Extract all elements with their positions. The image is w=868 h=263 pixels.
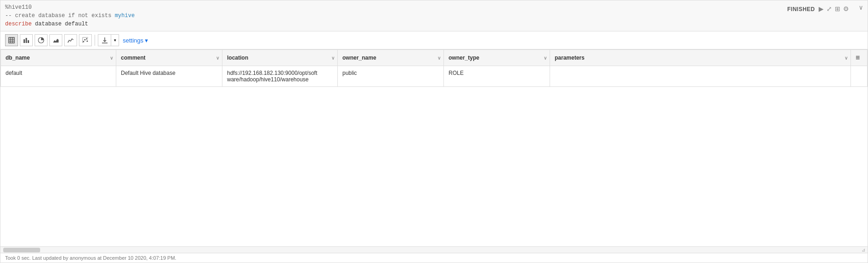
table-icon: [8, 37, 15, 43]
bar-chart-button[interactable]: [20, 34, 33, 46]
play-icon[interactable]: ▶: [819, 4, 824, 14]
col-header-db-name[interactable]: db_name ∨: [1, 50, 116, 66]
status-icons: ▶ ⤢ ⊞ ⚙: [819, 4, 849, 14]
area-chart-icon: [53, 37, 59, 43]
cell-comment: Default Hive database: [116, 66, 222, 87]
col-header-owner-type[interactable]: owner_type ∨: [444, 50, 550, 66]
scatter-chart-button[interactable]: [79, 34, 92, 46]
cell-parameters: [550, 66, 851, 87]
scatter-chart-icon: [82, 37, 89, 43]
cell-owner-type: ROLE: [444, 66, 550, 87]
area-chart-button[interactable]: [49, 34, 62, 46]
table-view-button[interactable]: [5, 34, 18, 46]
col-header-db-name-label: db_name: [6, 55, 30, 61]
sort-icon-owner-name: ∨: [437, 55, 441, 61]
cell-menu: [851, 66, 868, 87]
col-header-parameters-label: parameters: [555, 55, 585, 61]
col-header-owner-name-label: owner_name: [342, 55, 376, 61]
pie-chart-button[interactable]: [35, 34, 48, 46]
table-wrapper: db_name ∨ comment ∨ location ∨ owner_nam…: [0, 49, 868, 246]
svg-point-12: [87, 41, 88, 42]
horizontal-scrollbar[interactable]: ⊿: [0, 246, 868, 253]
code-line-3-rest: database default: [32, 21, 88, 27]
line-chart-icon: [67, 37, 74, 43]
toolbar-separator: [95, 35, 95, 46]
footer-text: Took 0 sec. Last updated by anonymous at…: [5, 255, 176, 261]
col-header-location[interactable]: location ∨: [222, 50, 338, 66]
results-table: db_name ∨ comment ∨ location ∨ owner_nam…: [0, 49, 868, 87]
col-header-location-label: location: [227, 55, 248, 61]
grid-icon[interactable]: ⊞: [835, 4, 840, 14]
code-keyword: describe: [5, 21, 32, 27]
col-header-menu[interactable]: ≡: [851, 50, 868, 66]
bar-chart-icon: [23, 37, 30, 43]
code-area: %hive110 -- create database if not exist…: [0, 0, 868, 31]
status-finished-label: FINISHED: [787, 5, 815, 13]
code-line-2-prefix: -- create database if not exists: [5, 12, 115, 19]
collapse-button[interactable]: ∨: [859, 3, 863, 13]
sort-icon-comment: ∨: [216, 55, 219, 61]
code-line-1-text: %hive110: [5, 4, 32, 11]
code-line-3: describe database default: [5, 20, 863, 28]
settings-button[interactable]: settings ▾: [123, 37, 148, 44]
expand-icon[interactable]: ⤢: [826, 4, 832, 14]
line-chart-button[interactable]: [64, 34, 77, 46]
code-line-2-db: myhive: [115, 12, 135, 19]
download-split-button: ▾: [98, 34, 119, 46]
svg-point-11: [86, 38, 88, 40]
svg-rect-7: [28, 40, 29, 43]
col-header-parameters[interactable]: parameters ∨: [550, 50, 851, 66]
column-menu-icon: ≡: [856, 54, 860, 61]
h-scroll-thumb: [3, 248, 40, 252]
col-header-comment-label: comment: [121, 55, 145, 61]
bottom-area: ⊿ Took 0 sec. Last updated by anonymous …: [0, 246, 868, 263]
col-header-owner-name[interactable]: owner_name ∨: [338, 50, 444, 66]
cell-location: hdfs://192.168.182.130:9000/opt/software…: [222, 66, 338, 87]
download-chevron: ▾: [114, 38, 116, 43]
svg-point-9: [83, 41, 84, 43]
resize-corner: ⊿: [860, 247, 867, 253]
cell-db-name: default: [1, 66, 116, 87]
download-button[interactable]: [98, 34, 111, 46]
cell-owner-name: public: [338, 66, 444, 87]
settings-label: settings: [123, 37, 144, 44]
sort-icon-location: ∨: [331, 55, 335, 61]
main-container: %hive110 -- create database if not exist…: [0, 0, 868, 263]
col-header-owner-type-label: owner_type: [449, 55, 479, 61]
settings-arrow: ▾: [145, 37, 148, 44]
table-row: default Default Hive database hdfs://192…: [1, 66, 868, 87]
svg-rect-6: [26, 38, 27, 43]
code-line-2: -- create database if not exists myhive: [5, 12, 863, 20]
svg-rect-5: [24, 39, 25, 43]
table-header-row: db_name ∨ comment ∨ location ∨ owner_nam…: [1, 50, 868, 66]
sort-icon-db-name: ∨: [110, 55, 113, 61]
download-arrow-button[interactable]: ▾: [111, 34, 119, 46]
toolbar: ▾ settings ▾: [0, 31, 868, 49]
sort-icon-parameters: ∨: [844, 55, 848, 61]
download-icon: [102, 37, 108, 43]
svg-rect-0: [9, 37, 14, 43]
sort-icon-owner-type: ∨: [544, 55, 547, 61]
svg-point-10: [84, 39, 86, 41]
code-line-1: %hive110: [5, 3, 863, 12]
col-header-comment[interactable]: comment ∨: [116, 50, 222, 66]
footer-bar: Took 0 sec. Last updated by anonymous at…: [0, 253, 868, 263]
settings-icon[interactable]: ⚙: [843, 4, 849, 14]
status-bar: FINISHED ▶ ⤢ ⊞ ⚙: [787, 4, 849, 14]
pie-chart-icon: [38, 37, 44, 43]
